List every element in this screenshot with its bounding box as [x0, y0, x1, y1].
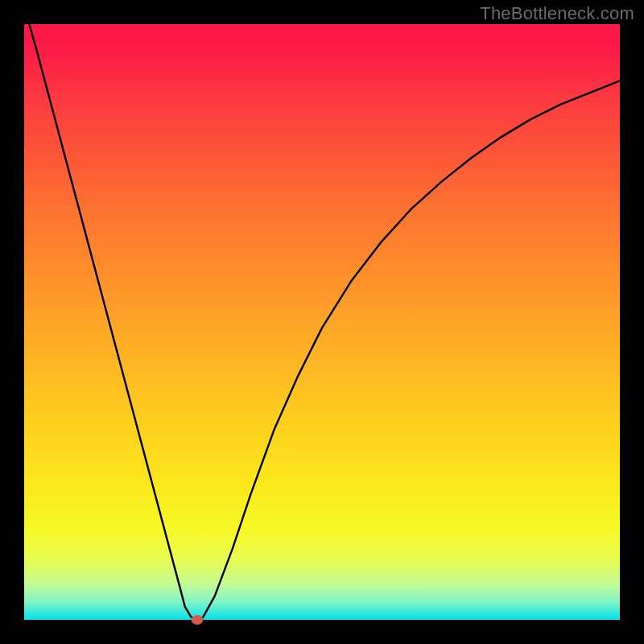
watermark-text: TheBottleneck.com: [480, 3, 634, 24]
optimum-marker: [191, 615, 203, 625]
chart-container: TheBottleneck.com: [0, 0, 644, 644]
bottleneck-curve: [24, 24, 620, 620]
plot-area: [24, 24, 620, 620]
curve-layer: [24, 24, 620, 620]
